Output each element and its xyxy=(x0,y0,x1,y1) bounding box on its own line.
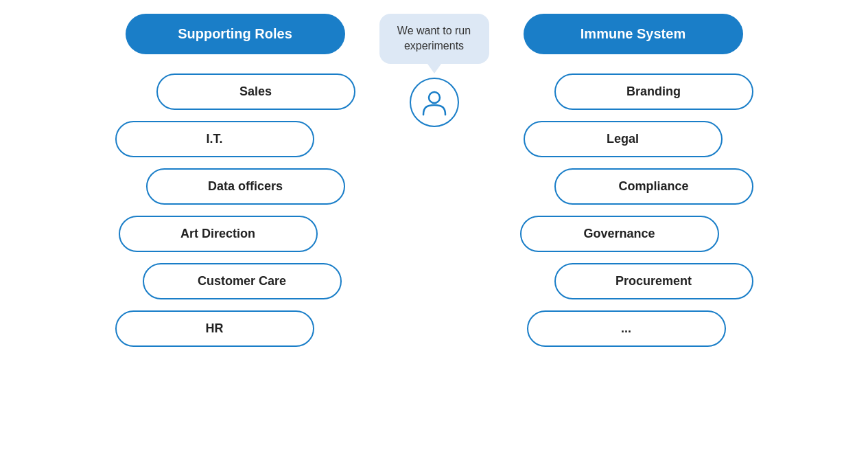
left-header: Supporting Roles xyxy=(126,14,345,54)
avatar xyxy=(410,78,459,127)
list-item: HR xyxy=(115,310,314,347)
center-column: We want to run experiments xyxy=(366,14,503,127)
left-items-list: Sales I.T. Data officers Art Direction C… xyxy=(105,73,366,358)
right-items-list: Branding Legal Compliance Governance Pro… xyxy=(503,73,764,358)
list-item: Branding xyxy=(554,73,753,110)
right-column: Immune System Branding Legal Compliance … xyxy=(503,14,764,358)
list-item: Data officers xyxy=(146,168,345,205)
list-item: Sales xyxy=(156,73,355,110)
list-item: ... xyxy=(527,310,726,347)
list-item: Legal xyxy=(524,121,723,157)
list-item: Procurement xyxy=(554,263,753,299)
speech-bubble: We want to run experiments xyxy=(379,14,489,64)
left-column: Supporting Roles Sales I.T. Data officer… xyxy=(105,14,366,358)
person-icon xyxy=(419,87,449,117)
list-item: I.T. xyxy=(115,121,314,157)
main-container: Supporting Roles Sales I.T. Data officer… xyxy=(0,0,868,454)
svg-point-0 xyxy=(429,92,440,103)
list-item: Customer Care xyxy=(143,263,342,299)
list-item: Art Direction xyxy=(119,216,318,252)
list-item: Compliance xyxy=(554,168,753,205)
list-item: Governance xyxy=(520,216,719,252)
right-header: Immune System xyxy=(524,14,743,54)
